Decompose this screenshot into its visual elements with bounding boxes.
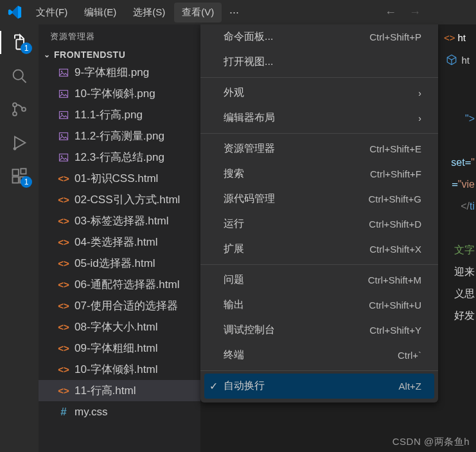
file-label: 03-标签选择器.html <box>75 213 168 228</box>
html-icon: <> <box>58 364 69 375</box>
menu-item[interactable]: 搜索Ctrl+Shift+F <box>200 161 438 186</box>
file-item[interactable]: 12.3-行高总结.png <box>39 147 200 168</box>
menu-item[interactable]: 打开视图... <box>200 50 438 75</box>
file-item[interactable]: <>04-类选择器.html <box>39 231 200 253</box>
activity-run[interactable] <box>9 132 30 153</box>
svg-rect-7 <box>13 170 19 176</box>
menu-item-label: 自动换行 <box>224 379 265 393</box>
explorer-badge: 1 <box>21 42 32 54</box>
menu-item[interactable]: 编辑器布局› <box>200 105 438 131</box>
menu-item-shortcut: Ctrl+Shift+Y <box>369 325 421 336</box>
img-icon <box>58 88 69 100</box>
chevron-right-icon: › <box>418 113 421 123</box>
folder-name: FRONTENDSTU <box>54 50 125 60</box>
editor-tab[interactable]: <> ht <box>439 28 471 47</box>
svg-point-3 <box>13 112 17 116</box>
menu-selection[interactable]: 选择(S) <box>125 3 173 23</box>
svg-rect-19 <box>60 154 68 161</box>
img-icon <box>58 152 69 163</box>
html-icon: <> <box>58 279 69 291</box>
menu-item[interactable]: ✓自动换行Alt+Z <box>204 374 434 399</box>
activity-scm[interactable] <box>9 99 30 120</box>
svg-point-0 <box>13 70 23 80</box>
menu-item-shortcut: Ctrl+Shift+E <box>369 143 421 154</box>
menu-item-label: 源代码管理 <box>224 192 275 206</box>
file-item[interactable]: <>07-使用合适的选择器 <box>39 295 200 316</box>
menu-item[interactable]: 输出Ctrl+Shift+U <box>200 293 438 318</box>
menu-item-shortcut: Ctrl+Shift+D <box>369 219 421 230</box>
menu-item[interactable]: 问题Ctrl+Shift+M <box>200 267 438 293</box>
chevron-right-icon: › <box>418 88 421 98</box>
menu-overflow[interactable]: ⋯ <box>223 3 245 22</box>
file-item[interactable]: <>05-id选择器.html <box>39 253 200 274</box>
menu-item[interactable]: 命令面板...Ctrl+Shift+P <box>200 24 438 50</box>
img-icon <box>58 109 69 121</box>
svg-rect-10 <box>21 168 26 174</box>
activity-search[interactable] <box>9 66 30 86</box>
menu-separator <box>200 133 438 134</box>
menu-item-label: 问题 <box>224 273 244 287</box>
menu-item-label: 资源管理器 <box>224 142 275 156</box>
html-icon: <> <box>58 343 69 354</box>
chevron-down-icon: ⌄ <box>44 50 50 59</box>
menu-item[interactable]: 源代码管理Ctrl+Shift+G <box>200 186 438 212</box>
html-icon: <> <box>58 385 69 397</box>
file-item[interactable]: <>09-字体粗细.html <box>39 338 200 359</box>
file-item[interactable]: <>10-字体倾斜.html <box>39 359 200 380</box>
svg-rect-11 <box>60 69 68 76</box>
menu-separator <box>200 264 438 265</box>
activity-extensions[interactable]: 1 <box>9 166 30 186</box>
menu-item[interactable]: 调试控制台Ctrl+Shift+Y <box>200 318 438 343</box>
html-icon: <> <box>58 173 69 185</box>
menu-separator <box>200 77 438 78</box>
menu-view[interactable]: 查看(V) <box>174 3 222 23</box>
menu-item-shortcut: Ctrl+Shift+M <box>368 275 421 285</box>
svg-rect-13 <box>60 90 68 97</box>
menu-item[interactable]: 运行Ctrl+Shift+D <box>200 212 438 237</box>
file-item[interactable]: <>11-行高.html <box>39 380 200 401</box>
menu-item-label: 运行 <box>224 217 244 231</box>
menu-edit[interactable]: 编辑(E) <box>76 3 124 23</box>
svg-point-14 <box>61 91 62 93</box>
file-item[interactable]: #my.css <box>39 401 200 422</box>
file-item[interactable]: 9-字体粗细.png <box>39 62 200 83</box>
sidebar: 资源管理器 ⌄ FRONTENDSTU 9-字体粗细.png10-字体倾斜.pn… <box>39 24 200 452</box>
file-item[interactable]: <>08-字体大小.html <box>39 316 200 338</box>
menu-separator <box>200 370 438 371</box>
file-item[interactable]: <>01-初识CSS.html <box>39 168 200 189</box>
html-icon: <> <box>58 300 69 312</box>
html-icon: <> <box>58 194 69 206</box>
file-label: 02-CSS引入方式.html <box>75 192 180 207</box>
menu-item-label: 终端 <box>224 348 244 362</box>
file-label: my.css <box>75 406 108 419</box>
folder-header[interactable]: ⌄ FRONTENDSTU <box>39 48 200 62</box>
menu-item[interactable]: 资源管理器Ctrl+Shift+E <box>200 136 438 161</box>
html-icon: <> <box>444 32 455 43</box>
file-label: 01-初识CSS.html <box>75 171 158 186</box>
file-item[interactable]: <>02-CSS引入方式.html <box>39 189 200 210</box>
menu-file[interactable]: 文件(F) <box>28 3 75 23</box>
file-item[interactable]: 11.2-行高测量.png <box>39 125 200 147</box>
menu-item-shortcut: Ctrl+Shift+X <box>369 244 421 255</box>
nav-back-icon[interactable]: ← <box>385 6 396 19</box>
file-item[interactable]: <>06-通配符选择器.html <box>39 274 200 295</box>
check-icon: ✓ <box>209 380 218 392</box>
menu-item-label: 调试控制台 <box>224 323 275 337</box>
menu-item[interactable]: 外观› <box>200 80 438 105</box>
title-bar: 文件(F) 编辑(E) 选择(S) 查看(V) ⋯ ← → <box>0 0 476 24</box>
menu-item[interactable]: 终端Ctrl+` <box>200 343 438 368</box>
file-item[interactable]: 11.1-行高.png <box>39 104 200 125</box>
activity-explorer[interactable]: 1 <box>9 32 30 53</box>
nav-forward-icon[interactable]: → <box>409 6 421 19</box>
menu-item[interactable]: 扩展Ctrl+Shift+X <box>200 237 438 262</box>
menu-item-label: 编辑器布局 <box>224 111 275 125</box>
menu-item-shortcut: Ctrl+Shift+F <box>370 168 421 179</box>
file-item[interactable]: 10-字体倾斜.png <box>39 83 200 104</box>
breadcrumb-label: ht <box>461 55 470 66</box>
svg-line-1 <box>22 78 26 82</box>
svg-point-16 <box>61 113 62 114</box>
file-item[interactable]: <>03-标签选择器.html <box>39 210 200 231</box>
svg-marker-5 <box>15 137 25 149</box>
file-tree: 9-字体粗细.png10-字体倾斜.png11.1-行高.png11.2-行高测… <box>39 62 200 452</box>
breadcrumb[interactable]: ht <box>446 54 470 66</box>
